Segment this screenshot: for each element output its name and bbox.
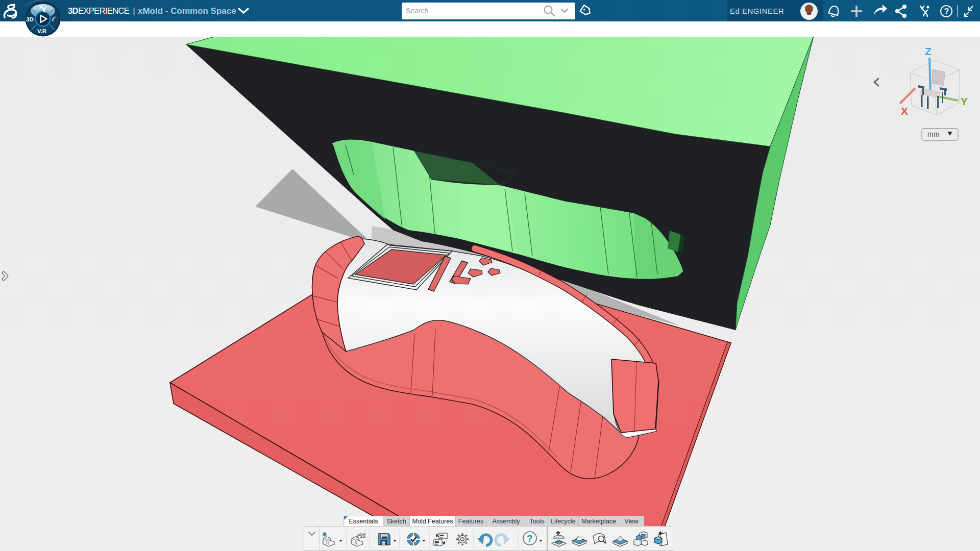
svg-text:?: ? <box>944 7 949 16</box>
svg-text:3D: 3D <box>26 16 34 22</box>
svg-text:mm: mm <box>927 130 939 138</box>
svg-text:Z: Z <box>925 45 932 57</box>
svg-text:?: ? <box>527 533 533 544</box>
svg-text:V.R: V.R <box>37 28 47 34</box>
svg-text:X: X <box>901 105 908 117</box>
svg-text:Y: Y <box>961 95 968 107</box>
